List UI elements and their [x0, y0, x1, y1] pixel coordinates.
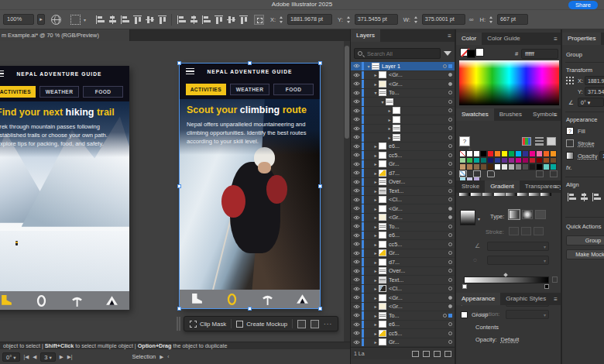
align-top-icon[interactable] [132, 15, 142, 25]
layer-row[interactable]: ▸To... [351, 311, 455, 321]
tab-gradient[interactable]: Gradient [485, 180, 520, 193]
eye-icon[interactable] [351, 313, 362, 318]
artboard-tab-weather[interactable]: WEATHER [230, 84, 270, 95]
expand-chevron-icon[interactable]: ▸ [372, 215, 379, 220]
share-button[interactable]: Share [568, 1, 598, 9]
target-icon[interactable] [448, 340, 452, 344]
layer-name[interactable]: Text... [389, 276, 447, 283]
layer-thumbnail[interactable] [379, 249, 386, 256]
layer-row[interactable]: ▸cc5... [351, 240, 455, 249]
create-mockup-button[interactable]: Create Mockup [236, 321, 287, 328]
layer-row[interactable]: ▸d7... [351, 258, 455, 267]
layer-row[interactable]: ▸<Gr... [351, 214, 455, 223]
layer-name[interactable]: <Cl... [389, 285, 447, 292]
layer-row[interactable]: ▸<Gr... [351, 80, 455, 89]
layer-row[interactable]: ▸d7... [351, 169, 455, 178]
layer-row[interactable]: ▸<Gr... [351, 71, 455, 81]
y-stepper[interactable] [346, 15, 352, 25]
align-bottom-icon[interactable] [157, 15, 167, 25]
align-center-h-icon[interactable] [579, 192, 589, 202]
tab-brushes[interactable]: Brushes [494, 108, 527, 121]
first-artboard-icon[interactable]: |◀ [24, 354, 29, 360]
filter-icon[interactable] [444, 51, 451, 56]
color-swatch[interactable] [473, 157, 480, 164]
layer-name[interactable]: Over... [389, 178, 447, 185]
layer-name[interactable]: cc5... [389, 241, 447, 248]
artboard-tab-food[interactable]: FOOD [83, 86, 123, 98]
layer-thumbnail[interactable] [379, 71, 386, 78]
gradient-thumbnail[interactable] [460, 210, 475, 225]
expand-chevron-icon[interactable]: ▸ [372, 331, 379, 336]
snap-grid-icon[interactable] [70, 15, 81, 25]
target-icon[interactable] [448, 251, 452, 255]
layer-row[interactable]: ▸<Cl... [351, 285, 455, 294]
color-swatch[interactable] [536, 150, 543, 157]
target-icon[interactable] [448, 278, 452, 282]
layer-row[interactable]: ▸Over... [351, 178, 455, 187]
globe-icon[interactable] [51, 15, 61, 25]
delete-swatch-icon[interactable] [550, 170, 558, 177]
color-swatch[interactable] [522, 150, 529, 157]
new-sublayer-icon[interactable] [423, 351, 430, 357]
expand-chevron-icon[interactable]: ▸ [372, 242, 379, 247]
stroke-link[interactable]: Stroke [578, 140, 595, 147]
target-icon[interactable] [448, 91, 452, 94]
layer-name[interactable]: e6... [389, 232, 447, 239]
align-left-icon[interactable] [95, 15, 105, 25]
gradient-stop-end[interactable] [544, 284, 549, 289]
eye-icon[interactable] [351, 153, 362, 157]
layer-name[interactable]: <Cl... [389, 196, 447, 203]
layer-name[interactable]: <Gr... [389, 71, 447, 78]
expand-chevron-icon[interactable]: ▸ [372, 321, 379, 327]
opacity-link[interactable]: Opacity [578, 153, 597, 160]
color-swatch[interactable] [508, 157, 515, 164]
color-swatch[interactable] [522, 157, 529, 164]
eye-icon[interactable] [351, 242, 362, 246]
expand-chevron-icon[interactable]: ▸ [372, 179, 379, 184]
layer-thumbnail[interactable] [379, 89, 386, 96]
layer-thumbnail[interactable] [372, 63, 379, 70]
tab-stroke[interactable]: Stroke [456, 180, 485, 193]
hex-value-field[interactable]: ffffff [521, 49, 558, 59]
x-stepper[interactable] [279, 15, 284, 25]
layer-thumbnail[interactable] [379, 312, 386, 319]
distribute-center-v-icon[interactable] [189, 15, 199, 25]
expand-chevron-icon[interactable]: ▸ [372, 143, 379, 149]
tab-color[interactable]: Color [456, 33, 482, 45]
expand-chevron-icon[interactable]: ▸ [372, 286, 379, 291]
layer-row[interactable]: ▸cc5... [351, 329, 455, 338]
expand-chevron-icon[interactable]: ▾ [365, 64, 372, 69]
canvas[interactable]: NEPAL ADVENTURE GUIDE ACTIVITIESWEATHERF… [0, 41, 350, 342]
layer-thumbnail[interactable] [393, 116, 400, 123]
target-icon[interactable] [448, 233, 452, 237]
quick-action-group-button[interactable]: Group [566, 235, 604, 246]
eye-icon[interactable] [351, 259, 362, 264]
layer-name[interactable]: <Gr... [389, 294, 447, 301]
color-spectrum[interactable] [459, 60, 559, 105]
layer-row[interactable]: ▾Layer 1 [351, 62, 455, 71]
color-swatch[interactable] [487, 157, 494, 164]
layer-thumbnail[interactable] [393, 107, 400, 114]
layer-thumbnail[interactable] [379, 160, 386, 167]
eye-icon[interactable] [351, 224, 362, 228]
eye-icon[interactable] [351, 287, 362, 291]
white-swatch[interactable] [475, 48, 484, 57]
target-icon[interactable] [448, 162, 452, 166]
eye-icon[interactable] [351, 180, 362, 184]
layer-row[interactable]: ▸Text... [351, 276, 455, 285]
layer-name[interactable]: <Gr... [389, 81, 447, 88]
eye-icon[interactable] [351, 117, 362, 122]
layer-row[interactable]: ▸<Cl... [351, 196, 455, 205]
target-icon[interactable] [448, 207, 452, 211]
layer-thumbnail[interactable] [379, 321, 386, 328]
artboard-tab-activities[interactable]: ACTIVITIES [0, 86, 36, 98]
expand-chevron-icon[interactable]: ▸ [372, 153, 379, 158]
y-field[interactable]: 371.5455 pt [355, 14, 398, 25]
color-swatch[interactable] [494, 150, 501, 157]
w-stepper[interactable] [414, 15, 419, 25]
layer-thumbnail[interactable] [379, 187, 386, 194]
layer-name[interactable]: <Gr... [389, 214, 447, 221]
panel-menu-icon[interactable]: ≡ [554, 36, 558, 43]
eye-icon[interactable] [351, 81, 362, 86]
eye-icon[interactable] [351, 162, 362, 167]
